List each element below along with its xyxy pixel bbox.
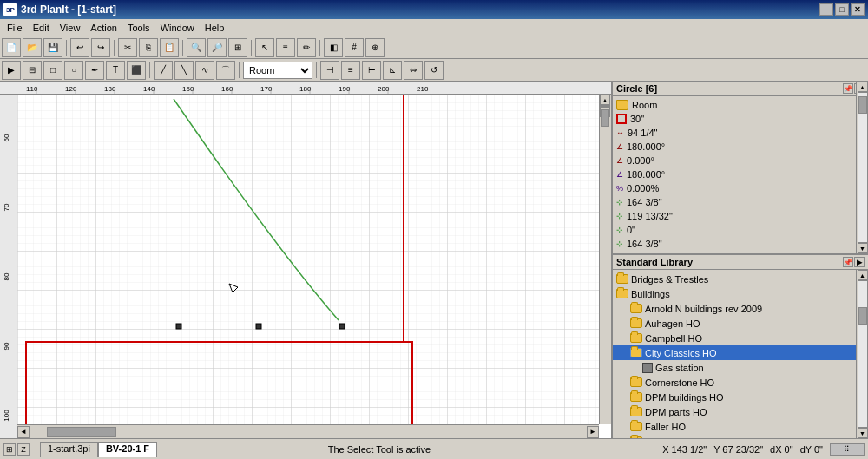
hscroll-right[interactable]: ► bbox=[587, 426, 599, 438]
copy-button[interactable]: ⎘ bbox=[139, 38, 158, 57]
menu-help[interactable]: Help bbox=[200, 21, 230, 35]
main-area: 110 120 130 140 150 160 170 180 190 200 … bbox=[0, 82, 868, 438]
status-icon-1[interactable]: ⊞ bbox=[3, 443, 16, 456]
grid-button[interactable]: # bbox=[345, 38, 364, 57]
track1-btn[interactable]: ╱ bbox=[154, 61, 173, 80]
track4-btn[interactable]: ⌒ bbox=[216, 61, 235, 80]
paste-button[interactable]: 📋 bbox=[160, 38, 179, 57]
lib-scroll-down[interactable]: ▼ bbox=[858, 428, 868, 438]
snap-button[interactable]: ⊕ bbox=[365, 38, 385, 57]
layer-button[interactable]: ◧ bbox=[324, 38, 343, 57]
props-pin[interactable]: 📌 bbox=[843, 83, 853, 94]
menu-tools[interactable]: Tools bbox=[122, 21, 155, 35]
lib-expand[interactable]: ▶ bbox=[854, 257, 865, 267]
props-scroll-up[interactable]: ▲ bbox=[858, 82, 868, 92]
canvas-draw-area[interactable] bbox=[17, 95, 611, 424]
horizontal-scrollbar[interactable]: ◄ ► bbox=[17, 424, 599, 438]
zoom-fit-button[interactable]: ⊞ bbox=[228, 38, 247, 57]
prop-value-pct: 0.000% bbox=[627, 183, 659, 193]
props-scroll-track[interactable] bbox=[858, 92, 868, 243]
line-button[interactable]: ⊟ bbox=[23, 61, 42, 80]
track-button[interactable]: ≡ bbox=[276, 38, 295, 57]
zoom-in-button[interactable]: 🔍 bbox=[187, 38, 206, 57]
close-button[interactable]: ✕ bbox=[851, 3, 865, 16]
tab-1start[interactable]: 1-start.3pi bbox=[40, 442, 98, 457]
align-right-btn[interactable]: ⊢ bbox=[362, 61, 381, 80]
prop-z1: ⊹ 0" bbox=[615, 223, 866, 237]
hscroll-thumb[interactable] bbox=[47, 427, 116, 437]
menu-action[interactable]: Action bbox=[85, 21, 122, 35]
second-sep-2 bbox=[239, 62, 240, 78]
ruler-left: 60 70 80 90 100 bbox=[0, 95, 17, 438]
tab-bv20[interactable]: BV-20-1 F bbox=[98, 442, 157, 457]
lib-item-gas-station[interactable]: Gas station bbox=[613, 360, 868, 375]
folder-icon bbox=[616, 274, 628, 284]
vscroll-up[interactable]: ▲ bbox=[600, 95, 610, 105]
menu-view[interactable]: View bbox=[55, 21, 86, 35]
menu-file[interactable]: File bbox=[2, 21, 28, 35]
cut-button[interactable]: ✂ bbox=[118, 38, 137, 57]
lib-scroll-up[interactable]: ▲ bbox=[858, 270, 868, 280]
props-scroll-thumb[interactable] bbox=[858, 96, 867, 114]
align-center-btn[interactable]: ≡ bbox=[341, 61, 360, 80]
maximize-button[interactable]: □ bbox=[835, 3, 849, 16]
open-button[interactable]: 📂 bbox=[23, 38, 42, 57]
prop-icon-angle1: ∠ bbox=[616, 142, 623, 151]
rotate-btn[interactable]: ↺ bbox=[424, 61, 444, 80]
vscroll-thumb[interactable] bbox=[601, 109, 609, 127]
lib-scroll-track[interactable] bbox=[858, 280, 868, 428]
folder-icon-faller bbox=[630, 422, 642, 431]
canvas-area[interactable]: 110 120 130 140 150 160 170 180 190 200 … bbox=[0, 82, 612, 438]
minimize-button[interactable]: ─ bbox=[819, 3, 833, 16]
building-icon-gas bbox=[642, 363, 653, 373]
pen-btn[interactable]: ✒ bbox=[85, 61, 104, 80]
lib-item-bridges[interactable]: Bridges & Trestles bbox=[613, 272, 868, 286]
align-left-btn[interactable]: ⊣ bbox=[320, 61, 339, 80]
lib-item-city-classics[interactable]: City Classics HO bbox=[613, 345, 868, 360]
rect-button[interactable]: □ bbox=[43, 61, 62, 80]
measure-btn[interactable]: ⊾ bbox=[383, 61, 402, 80]
prop-icon-angle3: ∠ bbox=[616, 170, 623, 179]
vscroll-track[interactable] bbox=[600, 105, 610, 107]
menu-window[interactable]: Window bbox=[155, 21, 200, 35]
prop-value-room: Room bbox=[632, 100, 657, 110]
menu-edit[interactable]: Edit bbox=[28, 21, 55, 35]
circle-btn[interactable]: ○ bbox=[64, 61, 83, 80]
status-icon-2[interactable]: Z bbox=[17, 443, 30, 456]
lib-item-cornerstone[interactable]: Cornerstone HO bbox=[613, 375, 868, 390]
prop-pct: % 0.000% bbox=[615, 181, 866, 195]
lib-pin[interactable]: 📌 bbox=[843, 257, 853, 267]
room-type-dropdown[interactable]: Room Track Building Scenery bbox=[243, 62, 312, 79]
zoom-out-button[interactable]: 🔎 bbox=[207, 38, 227, 57]
canvas-svg bbox=[17, 95, 611, 424]
flip-btn[interactable]: ⇔ bbox=[404, 61, 423, 80]
new-button[interactable]: 📄 bbox=[2, 38, 21, 57]
redo-button[interactable]: ↪ bbox=[91, 38, 110, 57]
lib-scroll-thumb[interactable] bbox=[858, 307, 867, 325]
lib-item-dpm-buildings[interactable]: DPM buildings HO bbox=[613, 390, 868, 404]
select-button[interactable]: ↖ bbox=[255, 38, 274, 57]
lib-item-faller[interactable]: Faller HO bbox=[613, 419, 868, 434]
text-btn[interactable]: T bbox=[106, 61, 125, 80]
lib-item-arnold[interactable]: Arnold N buildings rev 2009 bbox=[613, 301, 868, 316]
undo-button[interactable]: ↩ bbox=[70, 38, 89, 57]
lib-item-campbell[interactable]: Campbell HO bbox=[613, 331, 868, 345]
draw-button[interactable]: ✏ bbox=[297, 38, 316, 57]
lib-item-dpm-parts[interactable]: DPM parts HO bbox=[613, 404, 868, 419]
track3-btn[interactable]: ∿ bbox=[195, 61, 214, 80]
arrow-button[interactable]: ▶ bbox=[2, 61, 21, 80]
fill-btn[interactable]: ⬛ bbox=[127, 61, 146, 80]
toolbar-sep-3 bbox=[182, 40, 183, 56]
lib-vscroll[interactable]: ▲ ▼ bbox=[856, 270, 868, 438]
lib-item-auhagen[interactable]: Auhagen HO bbox=[613, 316, 868, 331]
vertical-scrollbar[interactable]: ▲ ▼ bbox=[599, 95, 611, 424]
status-resize: ⠿ bbox=[830, 443, 865, 456]
hscroll-left[interactable]: ◄ bbox=[17, 426, 30, 438]
lib-item-faller-3d[interactable]: Faller HO 3D bbox=[613, 434, 868, 438]
props-vscroll[interactable]: ▲ ▼ bbox=[856, 82, 868, 253]
track2-btn[interactable]: ╲ bbox=[174, 61, 194, 80]
props-scroll-down[interactable]: ▼ bbox=[858, 243, 868, 253]
tab-bar: 1-start.3pi BV-20-1 F bbox=[36, 442, 157, 457]
lib-item-buildings[interactable]: Buildings bbox=[613, 286, 868, 301]
save-button[interactable]: 💾 bbox=[43, 38, 62, 57]
